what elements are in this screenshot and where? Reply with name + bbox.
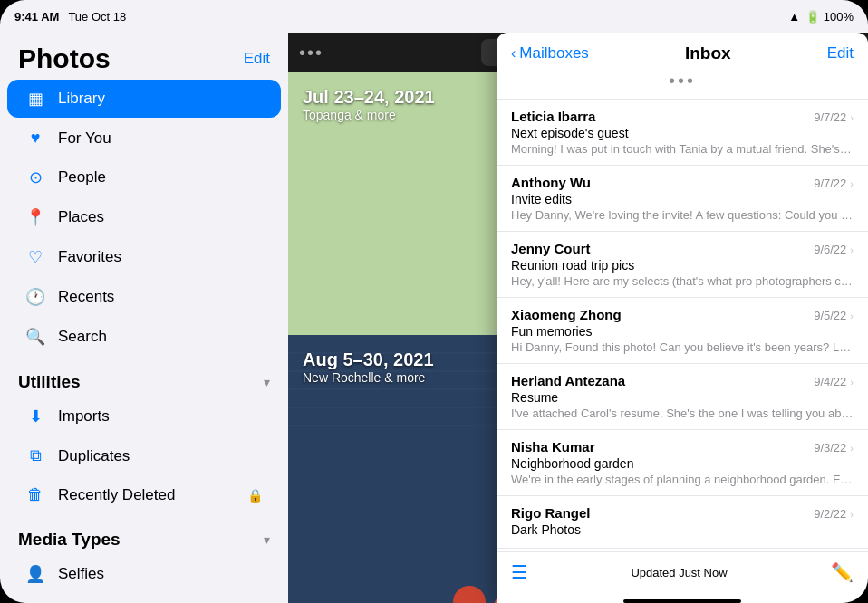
- mail-filter-icon[interactable]: ☰: [511, 561, 527, 583]
- mail-item-2[interactable]: Jenny Court 9/6/22 › Reunion road trip p…: [497, 232, 868, 298]
- imports-icon: ⬇: [25, 407, 45, 426]
- mail-item-6[interactable]: Rigo Rangel 9/2/22 › Dark Photos: [497, 496, 868, 549]
- sidebar-item-recently-deleted[interactable]: 🗑 Recently Deleted 🔒: [7, 476, 281, 513]
- mail-sender-2: Jenny Court: [511, 241, 591, 256]
- selfies-icon: 👤: [25, 564, 45, 584]
- mail-sender-3: Xiaomeng Zhong: [511, 307, 622, 322]
- mail-sender-4: Herland Antezana: [511, 373, 625, 388]
- mail-subject-2: Reunion road trip pics: [511, 258, 854, 273]
- sidebar-item-label-imports: Imports: [58, 407, 263, 426]
- mail-sender-1: Anthony Wu: [511, 175, 591, 190]
- mail-more-options[interactable]: •••: [511, 67, 854, 91]
- mail-nav: ‹ Mailboxes Inbox Edit: [511, 43, 854, 63]
- sidebar-item-label-duplicates: Duplicates: [58, 447, 263, 465]
- utilities-section-title: Utilities: [18, 372, 81, 392]
- wifi-icon: ▲: [788, 10, 800, 24]
- mail-preview-4: I've attached Carol's resume. She's the …: [511, 407, 854, 420]
- mail-preview-1: Hey Danny, We're loving the invite! A fe…: [511, 208, 854, 222]
- photo-group-label-1: Jul 23–24, 2021 Topanga & more: [303, 87, 435, 122]
- mail-date-4: 9/4/22 ›: [814, 375, 854, 388]
- mail-date-1: 9/7/22 ›: [814, 177, 854, 190]
- sidebar-item-label-recents: Recents: [58, 288, 263, 306]
- back-chevron-icon: ‹: [511, 45, 516, 62]
- sidebar-item-people[interactable]: ⊙ People: [7, 158, 281, 196]
- mail-list: Leticia Ibarra 9/7/22 › Next episode's g…: [497, 100, 868, 551]
- favorites-icon: ♡: [25, 247, 45, 267]
- mail-subject-5: Neighborhood garden: [511, 456, 854, 471]
- mail-back-button[interactable]: ‹ Mailboxes: [511, 44, 589, 62]
- sidebar-item-live-photos[interactable]: ◎ Live Photos: [7, 595, 281, 603]
- dots-icon: •••: [669, 71, 696, 91]
- media-types-section-title: Media Types: [18, 530, 121, 550]
- sidebar-item-places[interactable]: 📍 Places: [7, 198, 281, 236]
- status-date: Tue Oct 18: [68, 10, 126, 24]
- mail-footer-status: Updated Just Now: [527, 566, 831, 579]
- sidebar-item-label-recently-deleted: Recently Deleted: [58, 486, 235, 504]
- mail-subject-3: Fun memories: [511, 324, 854, 339]
- mail-item-3[interactable]: Xiaomeng Zhong 9/5/22 › Fun memories Hi …: [497, 298, 868, 364]
- sidebar: Photos Edit ▦ Library ♥ For You ⊙ People…: [0, 33, 288, 603]
- media-types-chevron-icon: ▾: [264, 532, 270, 547]
- mail-date-2: 9/6/22 ›: [814, 243, 854, 256]
- sidebar-item-label-people: People: [58, 168, 263, 187]
- status-time: 9:41 AM: [14, 10, 59, 24]
- mail-compose-icon[interactable]: ✏️: [831, 561, 854, 583]
- mail-preview-3: Hi Danny, Found this photo! Can you beli…: [511, 340, 854, 354]
- photo-group-location-2: New Rochelle & more: [303, 370, 434, 385]
- places-icon: 📍: [25, 207, 45, 227]
- mail-panel: ‹ Mailboxes Inbox Edit ••• Leticia Ibarr…: [497, 33, 868, 603]
- lock-icon: 🔒: [247, 488, 263, 502]
- sidebar-item-label-library: Library: [58, 90, 263, 108]
- recently-deleted-icon: 🗑: [25, 485, 45, 504]
- mail-item-5[interactable]: Nisha Kumar 9/3/22 › Neighborhood garden…: [497, 430, 868, 496]
- sidebar-item-label-for-you: For You: [58, 129, 263, 148]
- utilities-section-header[interactable]: Utilities ▾: [0, 363, 288, 396]
- sidebar-item-label-selfies: Selfies: [58, 565, 263, 583]
- sidebar-item-favorites[interactable]: ♡ Favorites: [7, 238, 281, 276]
- mail-sender-6: Rigo Rangel: [511, 505, 591, 521]
- sidebar-header: Photos Edit: [0, 33, 288, 78]
- photo-group-date-1: Jul 23–24, 2021: [303, 87, 435, 108]
- sidebar-item-label-favorites: Favorites: [58, 248, 263, 266]
- mail-sender-0: Leticia Ibarra: [511, 109, 595, 124]
- mail-item-4[interactable]: Herland Antezana 9/4/22 › Resume I've at…: [497, 364, 868, 430]
- people-icon: ⊙: [25, 168, 45, 187]
- photo-group-location-1: Topanga & more: [303, 108, 435, 122]
- search-icon: 🔍: [25, 327, 45, 347]
- ipad-frame: 9:41 AM Tue Oct 18 ▲ 🔋 100% Photos Edit …: [0, 0, 868, 603]
- photo-group-label-2: Aug 5–30, 2021 New Rochelle & more: [303, 349, 434, 385]
- mail-preview-0: Morning! I was put in touch with Tania b…: [511, 142, 854, 156]
- sidebar-edit-button[interactable]: Edit: [244, 50, 270, 68]
- mailboxes-label: Mailboxes: [519, 44, 589, 62]
- mail-footer: ☰ Updated Just Now ✏️: [497, 551, 868, 592]
- sidebar-item-for-you[interactable]: ♥ For You: [7, 120, 281, 157]
- sidebar-item-duplicates[interactable]: ⧉ Duplicates: [7, 437, 281, 474]
- media-types-section-header[interactable]: Media Types ▾: [0, 521, 288, 553]
- mail-date-6: 9/2/22 ›: [814, 507, 854, 521]
- mail-edit-button[interactable]: Edit: [827, 44, 854, 62]
- sidebar-item-library[interactable]: ▦ Library: [7, 80, 281, 118]
- mail-sender-5: Nisha Kumar: [511, 439, 595, 455]
- mail-preview-5: We're in the early stages of planning a …: [511, 473, 854, 486]
- status-icons: ▲ 🔋 100%: [788, 10, 854, 24]
- sidebar-item-selfies[interactable]: 👤 Selfies: [7, 555, 281, 593]
- duplicates-icon: ⧉: [25, 446, 45, 465]
- sidebar-item-label-search: Search: [58, 328, 263, 346]
- mail-subject-1: Invite edits: [511, 192, 854, 206]
- sidebar-item-recents[interactable]: 🕐 Recents: [7, 278, 281, 316]
- for-you-icon: ♥: [25, 129, 45, 148]
- inbox-title: Inbox: [685, 43, 731, 63]
- mail-header: ‹ Mailboxes Inbox Edit •••: [497, 33, 868, 100]
- mail-subject-4: Resume: [511, 390, 854, 405]
- sidebar-title: Photos: [18, 43, 111, 74]
- mail-subject-6: Dark Photos: [511, 522, 854, 537]
- main-layout: Photos Edit ▦ Library ♥ For You ⊙ People…: [0, 33, 868, 603]
- mail-subject-0: Next episode's guest: [511, 126, 854, 140]
- sidebar-item-search[interactable]: 🔍 Search: [7, 318, 281, 356]
- mail-date-3: 9/5/22 ›: [814, 309, 854, 322]
- sidebar-item-imports[interactable]: ⬇ Imports: [7, 397, 281, 436]
- recents-icon: 🕐: [25, 287, 45, 307]
- mail-item-0[interactable]: Leticia Ibarra 9/7/22 › Next episode's g…: [497, 100, 868, 166]
- mail-date-5: 9/3/22 ›: [814, 441, 854, 455]
- mail-item-1[interactable]: Anthony Wu 9/7/22 › Invite edits Hey Dan…: [497, 166, 868, 232]
